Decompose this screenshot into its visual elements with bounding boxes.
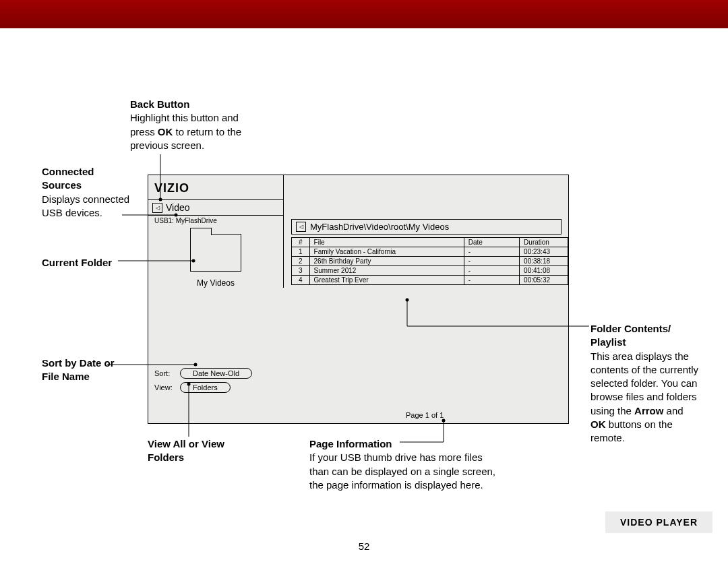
callout-back-button-title: Back Button — [130, 98, 189, 110]
sort-view-controls: Sort: Date New-Old View: Folders — [154, 368, 278, 396]
cell-file: Greatest Trip Ever — [309, 276, 464, 285]
current-folder-name: My Videos — [148, 276, 283, 288]
callout-current-folder-title: Current Folder — [42, 257, 112, 268]
callout-connected-sources-body: Displays connected USB devices. — [42, 193, 129, 218]
callout-folder-contents: Folder Contents/ Playlist This area disp… — [590, 322, 700, 445]
video-tab[interactable]: Video — [148, 199, 283, 216]
callout-sort-title: Sort by Date or File Name — [42, 357, 115, 382]
cell-file: Family Vacation - California — [309, 247, 464, 257]
callout-sort: Sort by Date or File Name — [42, 356, 129, 384]
page-info-text: Page 1 of 1 — [406, 411, 444, 419]
callout-page-info-body: If your USB thumb drive has more files t… — [309, 451, 495, 491]
table-row[interactable]: 1Family Vacation - California-00:23:43 — [292, 247, 568, 257]
cell-file: 26th Birthday Party — [309, 257, 464, 266]
sort-label: Sort: — [154, 369, 180, 377]
th-date: Date — [464, 238, 519, 247]
callout-connected-sources-title: Connected Sources — [42, 166, 94, 191]
usb-source-label[interactable]: USB1: MyFlashDrive — [148, 216, 283, 228]
sort-value-pill[interactable]: Date New-Old — [180, 368, 252, 379]
callout-folder-contents-and: and — [663, 405, 683, 416]
cell-duration: 00:41:08 — [520, 266, 568, 276]
callout-view-title: View All or View Folders — [148, 438, 224, 463]
section-label: VIDEO PLAYER — [605, 511, 712, 533]
folder-icon — [190, 234, 241, 272]
callout-view: View All or View Folders — [148, 437, 249, 465]
breadcrumb-path: MyFlashDrive\Video\root\My Videos — [310, 222, 449, 232]
table-row[interactable]: 4Greatest Trip Ever-00:05:32 — [292, 276, 568, 285]
view-row: View: Folders — [154, 382, 278, 393]
cell-file: Summer 2012 — [309, 266, 464, 276]
left-panel: VIZIO Video USB1: MyFlashDrive My Videos — [148, 175, 284, 288]
table-header-row: # File Date Duration — [292, 238, 568, 247]
cell-num: 2 — [292, 257, 310, 266]
cell-num: 1 — [292, 247, 310, 257]
callout-folder-contents-title: Folder Contents/ Playlist — [590, 323, 671, 348]
cell-date: - — [464, 276, 519, 285]
callout-back-button-ok: OK — [158, 126, 173, 137]
breadcrumb-back-icon[interactable] — [296, 222, 306, 232]
cell-duration: 00:23:43 — [520, 247, 568, 257]
file-table: # File Date Duration 1Family Vacation - … — [291, 237, 568, 285]
cell-num: 4 — [292, 276, 310, 285]
cell-duration: 00:38:18 — [520, 257, 568, 266]
video-tab-label: Video — [166, 202, 190, 213]
th-duration: Duration — [520, 238, 568, 247]
cell-duration: 00:05:32 — [520, 276, 568, 285]
sort-row: Sort: Date New-Old — [154, 368, 278, 379]
cell-num: 3 — [292, 266, 310, 276]
callout-connected-sources: Connected Sources Displays connected USB… — [42, 165, 136, 220]
vizio-logo: VIZIO — [148, 175, 283, 199]
callout-page-info-title: Page Information — [309, 438, 392, 449]
th-file: File — [309, 238, 464, 247]
view-label: View: — [154, 383, 180, 392]
device-screenshot: VIZIO Video USB1: MyFlashDrive My Videos… — [148, 175, 569, 424]
cell-date: - — [464, 257, 519, 266]
table-row[interactable]: 226th Birthday Party-00:38:18 — [292, 257, 568, 266]
table-row[interactable]: 3Summer 2012-00:41:08 — [292, 266, 568, 276]
callout-back-button: Back Button Highlight this button and pr… — [130, 98, 265, 152]
cell-date: - — [464, 247, 519, 257]
callout-folder-contents-ok: OK — [590, 418, 606, 430]
page-number: 52 — [0, 540, 728, 552]
callout-folder-contents-arrow: Arrow — [634, 405, 663, 416]
view-value-pill[interactable]: Folders — [180, 382, 231, 393]
current-folder-icon-wrap — [148, 228, 283, 276]
callout-current-folder: Current Folder — [42, 256, 112, 270]
cell-date: - — [464, 266, 519, 276]
breadcrumb-bar[interactable]: MyFlashDrive\Video\root\My Videos — [291, 219, 562, 235]
callout-page-info: Page Information If your USB thumb drive… — [309, 437, 498, 492]
back-icon[interactable] — [152, 203, 162, 213]
th-num: # — [292, 238, 310, 247]
header-red-bar — [0, 0, 728, 28]
